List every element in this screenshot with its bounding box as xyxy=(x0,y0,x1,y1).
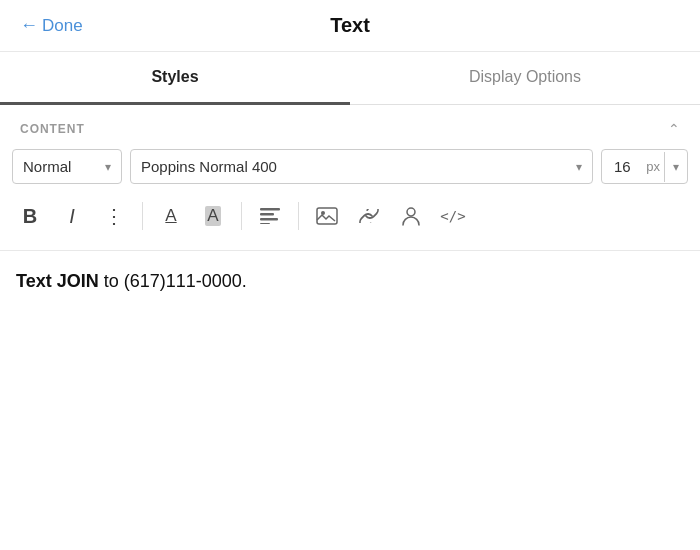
underline-button[interactable]: A xyxy=(153,198,189,234)
bold-button[interactable]: B xyxy=(12,198,48,234)
underline-a-letter: A xyxy=(165,206,176,226)
page-title: Text xyxy=(330,14,370,37)
font-arrow-icon: ▾ xyxy=(576,160,582,174)
font-size-unit: px xyxy=(642,151,664,182)
toolbar-row: Normal ▾ Poppins Normal 400 ▾ 16 px ▾ xyxy=(0,149,700,198)
code-icon: </> xyxy=(440,208,465,224)
divider-3 xyxy=(298,202,299,230)
code-button[interactable]: </> xyxy=(435,198,471,234)
section-title: CONTENT xyxy=(20,122,85,136)
format-toolbar: B I ⋮ A A xyxy=(0,198,700,251)
content-area: Text JOIN to (617)111-0000. xyxy=(0,251,700,312)
tab-styles[interactable]: Styles xyxy=(0,52,350,105)
font-size-arrow-icon[interactable]: ▾ xyxy=(664,152,687,182)
image-icon xyxy=(316,207,338,225)
done-button[interactable]: ← Done xyxy=(20,15,83,36)
italic-button[interactable]: I xyxy=(54,198,90,234)
highlight-a-letter: A xyxy=(205,206,220,226)
font-dropdown[interactable]: Poppins Normal 400 ▾ xyxy=(130,149,593,184)
person-button[interactable] xyxy=(393,198,429,234)
highlight-button[interactable]: A xyxy=(195,198,231,234)
content-text: Text JOIN to (617)111-0000. xyxy=(16,269,684,294)
back-arrow-icon: ← xyxy=(20,15,38,36)
tabs-bar: Styles Display Options xyxy=(0,52,700,105)
link-button[interactable] xyxy=(351,198,387,234)
svg-rect-0 xyxy=(260,208,280,211)
image-button[interactable] xyxy=(309,198,345,234)
divider-1 xyxy=(142,202,143,230)
align-icon xyxy=(260,208,280,224)
collapse-icon[interactable]: ⌃ xyxy=(668,121,680,137)
tab-display-options[interactable]: Display Options xyxy=(350,52,700,104)
svg-point-6 xyxy=(407,208,415,216)
font-size-control: 16 px ▾ xyxy=(601,149,688,184)
font-label: Poppins Normal 400 xyxy=(141,158,277,175)
link-icon xyxy=(358,209,380,223)
person-icon xyxy=(402,206,420,226)
text-style-label: Normal xyxy=(23,158,71,175)
done-label: Done xyxy=(42,16,83,36)
align-button[interactable] xyxy=(252,198,288,234)
svg-rect-2 xyxy=(260,218,278,221)
more-options-button[interactable]: ⋮ xyxy=(96,198,132,234)
divider-2 xyxy=(241,202,242,230)
text-style-dropdown[interactable]: Normal ▾ xyxy=(12,149,122,184)
font-size-value[interactable]: 16 xyxy=(602,150,642,183)
svg-rect-3 xyxy=(260,223,270,224)
text-style-arrow-icon: ▾ xyxy=(105,160,111,174)
content-section-header: CONTENT ⌃ xyxy=(0,105,700,149)
svg-rect-1 xyxy=(260,213,274,216)
header: ← Done Text xyxy=(0,0,700,52)
